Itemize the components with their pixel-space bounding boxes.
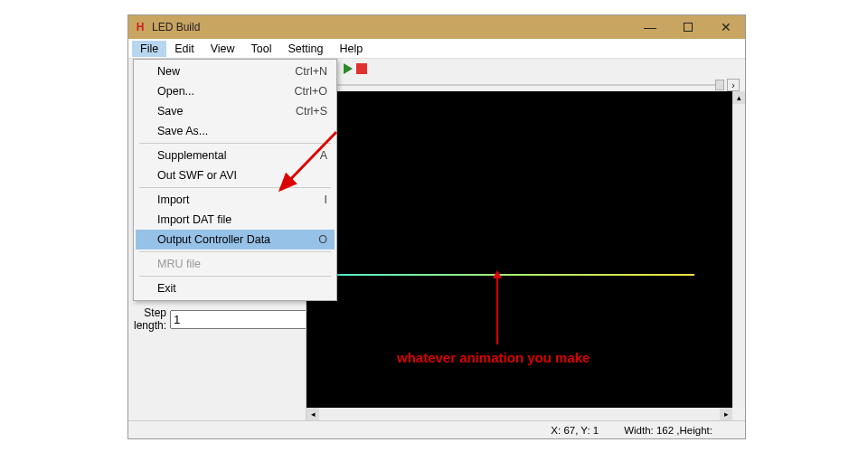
menubar: File Edit View Tool Setting Help [128,39,745,59]
tutorial-arrow-icon [271,127,344,199]
scroll-right-icon[interactable]: ▸ [720,408,732,420]
timeline-slider[interactable] [307,84,724,86]
play-button[interactable] [344,63,353,74]
menu-item-open[interactable]: Open...Ctrl+O [136,81,335,101]
annotation-text: whatever animation you make [397,350,590,365]
menubar-file[interactable]: File [132,41,166,57]
close-button[interactable]: ✕ [707,15,745,39]
menu-item-output-controller-data[interactable]: Output Controller DataO [136,230,335,250]
menu-item-exit[interactable]: Exit [136,278,335,298]
menu-item-new[interactable]: NewCtrl+N [136,61,335,81]
statusbar: X: 67, Y: 1 Width: 162 ,Height: [128,420,745,438]
canvas-wrap: whatever animation you make ▴ ◂ ▸ [306,91,745,420]
svg-line-1 [280,132,336,190]
status-dims: Width: 162 ,Height: [624,425,712,436]
steplength-label: Step length: [134,306,170,332]
menu-item-import-dat-file[interactable]: Import DAT file [136,210,335,230]
scroll-up-icon[interactable]: ▴ [732,91,745,104]
scroll-left-icon[interactable]: ◂ [307,408,319,420]
maximize-button[interactable] [669,15,707,39]
slider-thumb[interactable] [715,80,724,90]
menu-separator [139,251,331,252]
menubar-tool[interactable]: Tool [243,41,280,57]
horizontal-scrollbar[interactable]: ◂ ▸ [307,408,732,420]
menu-separator [139,276,331,277]
preview-canvas[interactable]: whatever animation you make [307,91,732,408]
annotation-arrow-icon [496,277,498,344]
stop-button[interactable] [356,63,367,74]
status-coords: X: 67, Y: 1 [551,425,599,436]
titlebar[interactable]: H LED Build — ✕ [128,15,745,39]
menubar-edit[interactable]: Edit [166,41,203,57]
menu-item-mru-file: MRU file [136,254,335,274]
vertical-scrollbar[interactable]: ▴ [732,91,745,408]
slider-next-button[interactable]: › [727,79,740,91]
led-strip [326,274,694,276]
menubar-setting[interactable]: Setting [280,41,332,57]
window-title: LED Build [152,21,200,33]
app-icon: H [134,21,146,33]
minimize-button[interactable]: — [631,15,669,39]
menubar-help[interactable]: Help [331,41,371,57]
menu-item-save[interactable]: SaveCtrl+S [136,101,335,121]
menubar-view[interactable]: View [203,41,243,57]
